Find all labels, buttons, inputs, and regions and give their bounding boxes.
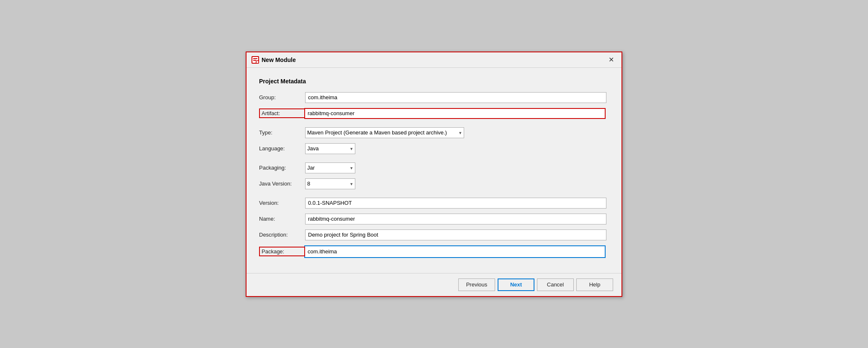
package-input-wrapper [304,245,606,258]
description-row: Description: [259,229,609,240]
group-row: Group: [259,92,609,103]
dialog-content: Project Metadata Group: Artifact: Type: … [247,68,621,273]
name-field [305,214,606,224]
description-input[interactable] [305,229,606,240]
type-field: Maven Project (Generate a Maven based pr… [305,127,606,138]
title-bar-left: New Module [252,56,296,64]
artifact-input[interactable] [304,108,606,119]
java-version-select[interactable]: 8 11 17 21 [305,178,355,189]
name-input[interactable] [305,214,606,224]
type-label: Type: [259,129,305,136]
type-select-wrapper: Maven Project (Generate a Maven based pr… [305,127,464,138]
package-row: Package: [259,245,609,258]
new-module-dialog: New Module ✕ Project Metadata Group: Art… [246,52,622,297]
package-input-prefix[interactable] [305,246,355,257]
version-label: Version: [259,200,305,206]
language-row: Language: Java Kotlin Groovy [259,143,609,154]
svg-point-5 [257,61,259,63]
language-select-wrapper: Java Kotlin Groovy [305,143,355,154]
language-label: Language: [259,145,305,152]
svg-rect-3 [253,60,256,61]
packaging-select-wrapper: Jar War [305,162,355,173]
packaging-row: Packaging: Jar War [259,162,609,173]
group-input[interactable] [305,92,606,103]
version-row: Version: [259,198,609,209]
packaging-select[interactable]: Jar War [305,162,355,173]
name-row: Name: [259,214,609,224]
package-field [304,245,606,258]
dialog-title: New Module [262,57,296,63]
cancel-button[interactable]: Cancel [537,278,574,291]
section-title: Project Metadata [259,78,609,85]
group-label: Group: [259,94,305,101]
packaging-field: Jar War [305,162,606,173]
title-bar: New Module ✕ [247,52,621,68]
app-icon [252,56,259,64]
packaging-label: Packaging: [259,165,305,171]
description-label: Description: [259,232,305,238]
description-field [305,229,606,240]
java-version-field: 8 11 17 21 [305,178,606,189]
version-input[interactable] [305,198,606,209]
package-label: Package: [259,247,305,256]
previous-button[interactable]: Previous [458,278,495,291]
package-input-suffix[interactable] [355,246,605,257]
svg-rect-2 [253,58,257,59]
group-field [305,92,606,103]
language-select[interactable]: Java Kotlin Groovy [305,143,355,154]
artifact-row: Artifact: [259,108,609,119]
artifact-label: Artifact: [259,108,305,118]
type-row: Type: Maven Project (Generate a Maven ba… [259,127,609,138]
language-field: Java Kotlin Groovy [305,143,606,154]
java-version-select-wrapper: 8 11 17 21 [305,178,355,189]
java-version-label: Java Version: [259,180,305,187]
type-select[interactable]: Maven Project (Generate a Maven based pr… [305,127,464,138]
artifact-field [304,108,606,119]
dialog-footer: Previous Next Cancel Help [247,273,621,296]
close-button[interactable]: ✕ [606,56,616,64]
next-button[interactable]: Next [498,278,534,291]
help-button[interactable]: Help [576,278,613,291]
java-version-row: Java Version: 8 11 17 21 [259,178,609,189]
version-field [305,198,606,209]
name-label: Name: [259,216,305,222]
